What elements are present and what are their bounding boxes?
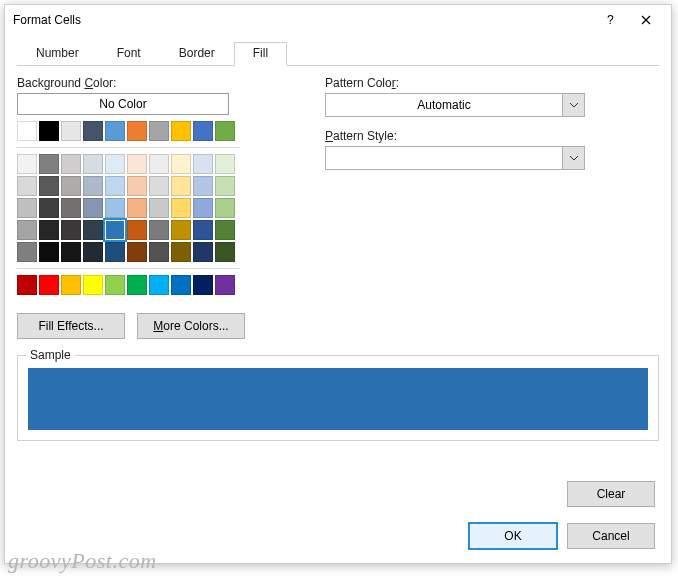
color-swatch[interactable]	[105, 275, 125, 295]
color-swatch[interactable]	[17, 242, 37, 262]
dialog-content: Number Font Border Fill Background Color…	[5, 35, 671, 441]
tab-bar: Number Font Border Fill	[17, 41, 659, 66]
color-swatch[interactable]	[149, 275, 169, 295]
color-swatch[interactable]	[83, 198, 103, 218]
color-swatch[interactable]	[17, 176, 37, 196]
color-swatch[interactable]	[61, 121, 81, 141]
color-swatch[interactable]	[39, 176, 59, 196]
color-swatch[interactable]	[127, 121, 147, 141]
close-button[interactable]	[629, 5, 663, 35]
color-swatch[interactable]	[61, 242, 81, 262]
color-swatch[interactable]	[127, 220, 147, 240]
fill-effects-button[interactable]: Fill Effects...	[17, 313, 125, 339]
color-swatch[interactable]	[17, 121, 37, 141]
format-cells-dialog: Format Cells ? Number Font Border Fill B…	[4, 4, 672, 564]
color-swatch[interactable]	[193, 176, 213, 196]
pattern-color-label: Pattern Color:	[325, 76, 659, 90]
color-swatch[interactable]	[171, 121, 191, 141]
color-swatch[interactable]	[149, 220, 169, 240]
color-swatch[interactable]	[171, 198, 191, 218]
color-swatch[interactable]	[17, 154, 37, 174]
color-swatch[interactable]	[61, 176, 81, 196]
color-swatch[interactable]	[17, 220, 37, 240]
color-swatch[interactable]	[17, 198, 37, 218]
color-swatch[interactable]	[61, 154, 81, 174]
tab-fill[interactable]: Fill	[234, 42, 287, 66]
color-swatch[interactable]	[127, 242, 147, 262]
pattern-style-combo[interactable]	[325, 146, 585, 170]
color-swatch[interactable]	[39, 275, 59, 295]
color-swatch[interactable]	[149, 198, 169, 218]
ok-button[interactable]: OK	[469, 523, 557, 549]
color-swatch[interactable]	[83, 242, 103, 262]
color-swatch[interactable]	[61, 220, 81, 240]
color-swatch[interactable]	[105, 176, 125, 196]
color-swatch[interactable]	[39, 198, 59, 218]
color-swatch[interactable]	[171, 176, 191, 196]
cancel-button[interactable]: Cancel	[567, 523, 655, 549]
color-swatch[interactable]	[215, 176, 235, 196]
color-swatch[interactable]	[171, 275, 191, 295]
color-swatch[interactable]	[215, 154, 235, 174]
color-swatch[interactable]	[215, 121, 235, 141]
color-swatch[interactable]	[61, 198, 81, 218]
color-swatch[interactable]	[39, 121, 59, 141]
chevron-down-icon	[562, 147, 584, 169]
tab-number[interactable]: Number	[17, 42, 98, 66]
color-swatch[interactable]	[193, 198, 213, 218]
color-swatch[interactable]	[215, 242, 235, 262]
right-column: Pattern Color: Automatic Pattern Style:	[325, 76, 659, 339]
color-swatch[interactable]	[193, 242, 213, 262]
color-swatch[interactable]	[83, 154, 103, 174]
color-swatch[interactable]	[193, 121, 213, 141]
color-swatch[interactable]	[105, 242, 125, 262]
color-swatch[interactable]	[215, 220, 235, 240]
background-color-label: Background Color:	[17, 76, 277, 90]
sample-preview	[28, 368, 648, 430]
chevron-down-icon	[562, 94, 584, 116]
color-swatch[interactable]	[149, 242, 169, 262]
sample-legend: Sample	[26, 348, 75, 362]
color-swatch[interactable]	[193, 154, 213, 174]
color-swatch[interactable]	[149, 154, 169, 174]
color-swatch[interactable]	[83, 121, 103, 141]
pattern-style-value	[326, 147, 562, 169]
color-swatch[interactable]	[171, 242, 191, 262]
color-swatch[interactable]	[215, 198, 235, 218]
help-button[interactable]: ?	[595, 5, 629, 35]
color-swatch[interactable]	[61, 275, 81, 295]
more-colors-button[interactable]: More Colors...	[137, 313, 245, 339]
pattern-color-combo[interactable]: Automatic	[325, 93, 585, 117]
color-swatch[interactable]	[127, 176, 147, 196]
sample-group: Sample	[17, 355, 659, 441]
color-swatch[interactable]	[149, 121, 169, 141]
color-swatch[interactable]	[83, 220, 103, 240]
color-palette	[17, 121, 239, 295]
color-swatch[interactable]	[193, 220, 213, 240]
color-swatch[interactable]	[127, 275, 147, 295]
tab-border[interactable]: Border	[160, 42, 234, 66]
color-swatch[interactable]	[127, 154, 147, 174]
color-swatch[interactable]	[193, 275, 213, 295]
watermark: groovyPost.com	[8, 548, 157, 574]
color-swatch[interactable]	[105, 154, 125, 174]
tab-font[interactable]: Font	[98, 42, 160, 66]
color-swatch[interactable]	[149, 176, 169, 196]
color-swatch[interactable]	[83, 176, 103, 196]
titlebar: Format Cells ?	[5, 5, 671, 35]
color-swatch[interactable]	[39, 154, 59, 174]
color-swatch[interactable]	[171, 220, 191, 240]
color-swatch[interactable]	[105, 220, 125, 240]
clear-button[interactable]: Clear	[567, 481, 655, 507]
color-swatch[interactable]	[83, 275, 103, 295]
color-swatch[interactable]	[105, 121, 125, 141]
color-swatch[interactable]	[39, 220, 59, 240]
color-swatch[interactable]	[215, 275, 235, 295]
no-color-button[interactable]: No Color	[17, 93, 229, 115]
color-swatch[interactable]	[127, 198, 147, 218]
color-swatch[interactable]	[39, 242, 59, 262]
color-swatch[interactable]	[105, 198, 125, 218]
color-swatch[interactable]	[171, 154, 191, 174]
color-swatch[interactable]	[17, 275, 37, 295]
dialog-footer: OK Cancel	[469, 523, 655, 549]
